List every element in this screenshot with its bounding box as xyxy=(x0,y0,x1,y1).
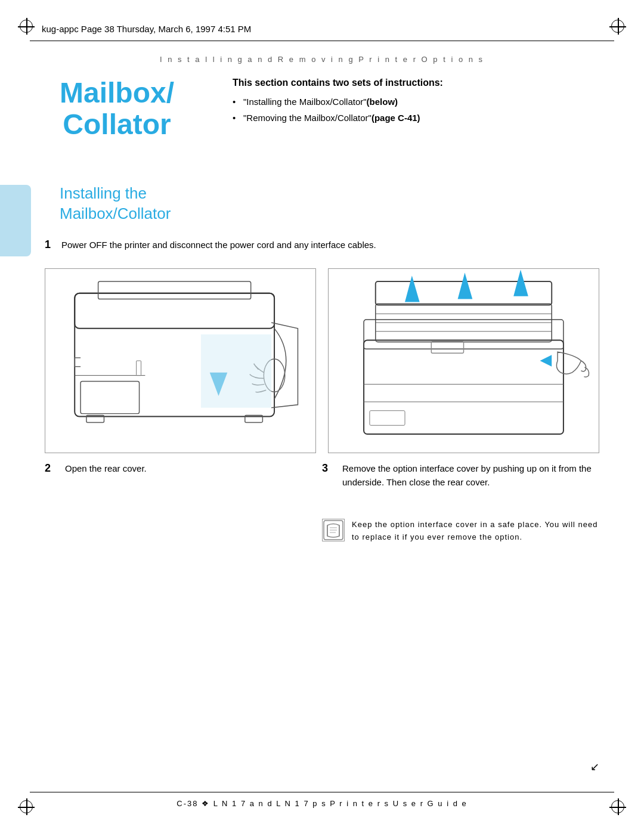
svg-rect-11 xyxy=(364,340,564,435)
note-icon xyxy=(322,519,345,541)
step2: 2 Open the rear cover. xyxy=(45,462,147,476)
step3-text: Remove the option interface cover by pus… xyxy=(342,462,599,489)
note-icon-svg xyxy=(323,519,344,541)
step1: 1 Power OFF the printer and disconnect t… xyxy=(45,239,596,252)
list-item: "Installing the Mailbox/Collator"(below) xyxy=(233,97,596,107)
printer-svg-right xyxy=(329,269,599,453)
list-item: "Removing the Mailbox/Collator"(page C-4… xyxy=(233,113,596,123)
blue-tab xyxy=(0,185,31,256)
printer-svg-left xyxy=(45,269,315,453)
reg-mark-tl xyxy=(18,18,35,35)
reg-mark-bl xyxy=(18,798,35,815)
printer-image-right xyxy=(328,268,599,453)
main-title: Mailbox/ Collator xyxy=(60,78,174,141)
footer-text: C-38 ❖ L N 1 7 a n d L N 1 7 p s P r i n… xyxy=(177,799,467,808)
printer-image-left xyxy=(45,268,316,453)
section-heading-line1: Installing the xyxy=(60,184,147,202)
step2-text: Open the rear cover. xyxy=(65,462,147,476)
instructions-title: This section contains two sets of instru… xyxy=(233,78,596,88)
svg-marker-19 xyxy=(513,270,528,296)
page: kug-appc Page 38 Thursday, March 6, 1997… xyxy=(0,0,644,833)
note-box: Keep the option interface cover in a saf… xyxy=(322,519,599,544)
step2-number: 2 xyxy=(45,462,61,475)
note-text: Keep the option interface cover in a saf… xyxy=(352,519,599,544)
bottom-arrow: ↙ xyxy=(590,760,599,773)
svg-marker-18 xyxy=(458,272,473,299)
reg-mark-br xyxy=(609,798,626,815)
step3: 3 Remove the option interface cover by p… xyxy=(322,462,599,493)
main-title-line1: Mailbox/ xyxy=(60,77,174,109)
svg-rect-3 xyxy=(80,381,139,413)
reg-mark-tr xyxy=(609,18,626,35)
section-subtitle: I n s t a l l i n g a n d R e m o v i n … xyxy=(160,55,484,64)
svg-rect-1 xyxy=(75,293,274,329)
section-heading-line2: Mailbox/Collator xyxy=(60,205,171,222)
footer-line xyxy=(30,792,614,792)
instructions-list: "Installing the Mailbox/Collator"(below)… xyxy=(233,97,596,123)
main-title-line2: Collator xyxy=(63,109,171,140)
right-content: This section contains two sets of instru… xyxy=(233,78,596,129)
svg-rect-9 xyxy=(137,361,141,376)
step3-number: 3 xyxy=(322,462,339,475)
header-text: kug-appc Page 38 Thursday, March 6, 1997… xyxy=(42,24,251,34)
svg-marker-21 xyxy=(540,355,552,367)
images-row xyxy=(45,268,599,453)
step1-number: 1 xyxy=(45,239,61,251)
header-line xyxy=(30,41,614,41)
svg-marker-17 xyxy=(405,275,420,302)
svg-rect-20 xyxy=(431,342,463,354)
step1-text: Power OFF the printer and disconnect the… xyxy=(61,239,376,252)
svg-rect-2 xyxy=(98,281,251,299)
step3-header: 3 Remove the option interface cover by p… xyxy=(322,462,599,489)
section-heading: Installing the Mailbox/Collator xyxy=(60,184,171,224)
svg-rect-24 xyxy=(370,411,405,426)
